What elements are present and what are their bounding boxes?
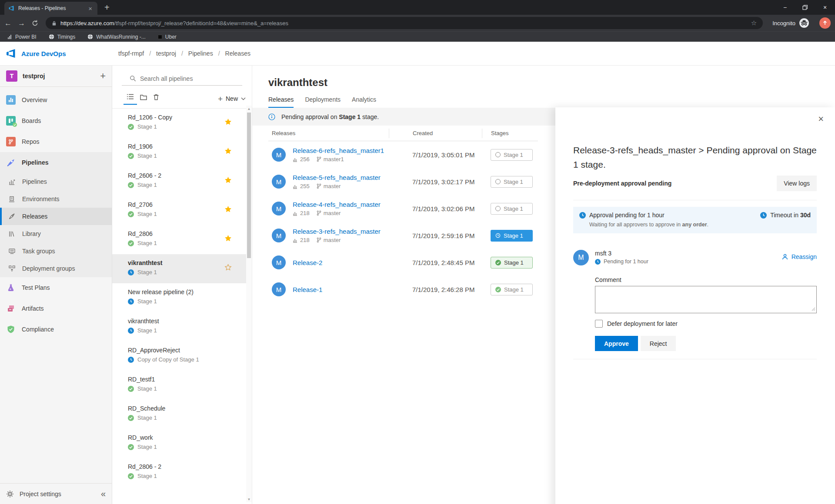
view-logs-button[interactable]: View logs: [777, 176, 817, 191]
reassign-button[interactable]: Reassign: [782, 253, 817, 260]
pipeline-row[interactable]: RD_testf1 Stage 1: [112, 371, 252, 400]
azure-devops-brand[interactable]: Azure DevOps: [0, 48, 112, 59]
tab-close-icon[interactable]: ×: [87, 5, 93, 12]
back-icon[interactable]: ←: [4, 20, 12, 27]
browser-profile-avatar[interactable]: [819, 17, 831, 29]
project-switcher[interactable]: T testproj +: [0, 66, 112, 86]
sidebar-item-pipelines-sub[interactable]: Pipelines: [0, 173, 112, 190]
pipeline-row[interactable]: RD_ApproveReject Copy of Copy of Stage 1: [112, 342, 252, 371]
favorite-star-icon[interactable]: [224, 176, 232, 184]
incognito-label: Incognito: [772, 20, 795, 27]
browser-tab[interactable]: Releases - Pipelines ×: [4, 2, 97, 15]
stage-badge-pending[interactable]: Stage 1: [491, 149, 533, 161]
bookmark-whatwasrunning[interactable]: WhatWasRunning -...: [87, 34, 146, 40]
sidebar-item-environments[interactable]: Environments: [0, 190, 112, 208]
release-link[interactable]: Release-2: [293, 259, 322, 266]
bookmark-power-bi[interactable]: Power BI: [7, 34, 37, 40]
pipeline-row[interactable]: Rd_1206 - Copy Stage 1: [112, 109, 252, 138]
scrollbar[interactable]: ▲ ▼: [246, 106, 252, 502]
sidebar-item-overview[interactable]: Overview: [0, 90, 112, 110]
pipeline-row[interactable]: Rd_2806 - 2 Stage 1: [112, 458, 252, 487]
breadcrumb-project[interactable]: testproj: [156, 50, 176, 57]
trash-button[interactable]: [150, 93, 162, 104]
reload-icon[interactable]: [31, 20, 39, 27]
window-close-button[interactable]: ×: [815, 0, 835, 15]
table-row[interactable]: M Release-1 7/1/2019, 2:46:28 PM Stage 1: [268, 276, 538, 303]
avatar: M: [272, 229, 286, 242]
sidebar-item-compliance[interactable]: Compliance: [0, 319, 112, 340]
stage-badge-pending[interactable]: Stage 1: [491, 203, 533, 215]
list-view-button[interactable]: [124, 93, 137, 105]
tab-releases[interactable]: Releases: [268, 96, 294, 108]
scroll-down-arrow[interactable]: ▼: [246, 496, 252, 502]
pipeline-row[interactable]: Rd_1906 Stage 1: [112, 138, 252, 167]
stage-badge-succeeded[interactable]: Stage 1: [491, 257, 533, 269]
sidebar-item-releases[interactable]: Releases: [0, 208, 112, 225]
release-link[interactable]: Release-3-refs_heads_master: [293, 228, 381, 235]
sidebar-item-task-groups[interactable]: Task groups: [0, 242, 112, 260]
stage-badge-succeeded[interactable]: Stage 1: [491, 284, 533, 295]
breadcrumb-org[interactable]: tfspf-rmpf: [118, 50, 144, 57]
close-panel-icon[interactable]: ×: [818, 114, 824, 124]
table-row[interactable]: M Release-3-refs_heads_master 218 master…: [268, 222, 538, 249]
address-bar[interactable]: https://dev.azure.com/tfspf-rmpf/testpro…: [46, 17, 763, 29]
pipeline-row[interactable]: RD_Schedule Stage 1: [112, 400, 252, 429]
collapse-sidebar-icon[interactable]: «: [101, 489, 106, 499]
scroll-up-arrow[interactable]: ▲: [246, 106, 252, 112]
scrollbar-thumb[interactable]: [247, 113, 251, 258]
new-pipeline-button[interactable]: + New: [218, 95, 246, 103]
table-row[interactable]: M Release-6-refs_heads_master1 256 maste…: [268, 141, 538, 168]
favorite-star-icon[interactable]: [224, 206, 232, 213]
stage-badge-pending[interactable]: Stage 1: [491, 176, 533, 188]
resize-grip-icon[interactable]: [812, 307, 815, 311]
release-link[interactable]: Release-4-refs_heads_master: [293, 201, 381, 208]
window-restore-button[interactable]: [795, 0, 815, 15]
approve-button[interactable]: Approve: [595, 336, 638, 351]
forward-icon[interactable]: →: [18, 20, 25, 27]
project-settings[interactable]: Project settings «: [0, 483, 112, 504]
table-row[interactable]: M Release-5-refs_heads_master 255 master…: [268, 168, 538, 195]
tab-analytics[interactable]: Analytics: [352, 96, 376, 108]
sidebar-item-pipelines[interactable]: Pipelines: [0, 152, 112, 173]
release-link[interactable]: Release-6-refs_heads_master1: [293, 147, 384, 154]
new-tab-button[interactable]: +: [104, 3, 110, 12]
sidebar-item-repos[interactable]: Repos: [0, 131, 112, 152]
pipeline-row[interactable]: Rd_2606 - 2 Stage 1: [112, 167, 252, 196]
favorite-star-icon[interactable]: [224, 118, 232, 126]
folder-view-button[interactable]: [137, 93, 150, 104]
favorite-star-icon[interactable]: [224, 147, 232, 155]
bookmark-star-icon[interactable]: ☆: [751, 19, 757, 27]
release-link[interactable]: Release-5-refs_heads_master: [293, 174, 381, 181]
table-row[interactable]: M Release-2 7/1/2019, 2:48:45 PM Stage 1: [268, 249, 538, 276]
pipeline-row-selected[interactable]: vikranthtest Stage 1: [112, 254, 252, 283]
sidebar-item-artifacts[interactable]: Artifacts: [0, 298, 112, 319]
pipeline-row[interactable]: Rd_2706 Stage 1: [112, 196, 252, 225]
sidebar-item-library[interactable]: Library: [0, 225, 112, 242]
reject-button[interactable]: Reject: [641, 336, 676, 351]
sidebar-item-boards[interactable]: Boards: [0, 110, 112, 131]
stage-badge-in-progress[interactable]: Stage 1: [491, 230, 533, 242]
favorite-star-icon[interactable]: [224, 235, 232, 242]
table-row[interactable]: M Release-4-refs_heads_master 218 master…: [268, 195, 538, 222]
bookmarks-bar: Power BI Timings WhatWasRunning -... Ube…: [0, 31, 835, 42]
sidebar-item-deployment-groups[interactable]: Deployment groups: [0, 260, 112, 277]
bookmark-timings[interactable]: Timings: [49, 34, 76, 40]
window-minimize-button[interactable]: −: [775, 0, 795, 15]
pipeline-row[interactable]: RD_work Stage 1: [112, 429, 252, 458]
sidebar-item-test-plans[interactable]: Test Plans: [0, 277, 112, 298]
release-link[interactable]: Release-1: [293, 286, 322, 293]
breadcrumb-releases[interactable]: Releases: [225, 50, 250, 57]
overview-icon: [6, 95, 16, 105]
favorite-star-outline-icon[interactable]: [224, 264, 232, 271]
comment-textarea[interactable]: [595, 286, 817, 313]
search-input[interactable]: [140, 75, 240, 82]
add-project-button[interactable]: +: [100, 71, 106, 81]
pipelines-sub-icon: [7, 179, 16, 185]
pipeline-row[interactable]: Rd_2806 Stage 1: [112, 225, 252, 254]
tab-deployments[interactable]: Deployments: [305, 96, 341, 108]
bookmark-uber[interactable]: Uber: [158, 34, 177, 40]
breadcrumb-pipelines[interactable]: Pipelines: [188, 50, 213, 57]
pipeline-row[interactable]: New release pipeline (2) Stage 1: [112, 283, 252, 312]
defer-checkbox[interactable]: [595, 320, 603, 328]
pipeline-row[interactable]: vikranthtest Stage 1: [112, 312, 252, 342]
